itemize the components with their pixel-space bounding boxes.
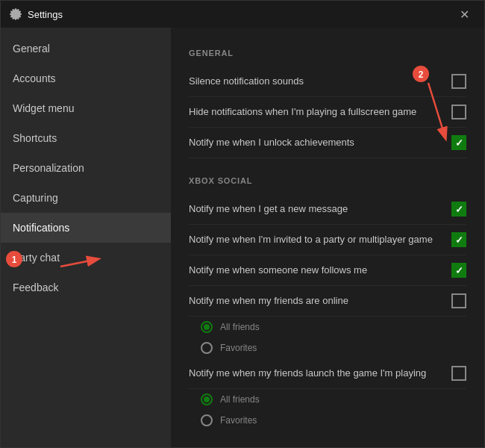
sidebar-item-widget-menu[interactable]: Widget menu — [1, 93, 171, 123]
friends-launch-all-friends-label: All friends — [220, 394, 260, 405]
setting-hide-fullscreen: Hide notifications when I'm playing a fu… — [189, 97, 466, 128]
friends-online-all-friends-row: All friends — [189, 317, 466, 337]
friends-launch-all-friends-row: All friends — [189, 389, 466, 410]
close-button[interactable]: ✕ — [454, 4, 475, 25]
setting-friends-launch: Notify me when my friends launch the gam… — [189, 358, 466, 389]
party-invite-label: Notify me when I'm invited to a party or… — [189, 233, 451, 246]
setting-friends-online: Notify me when my friends are online — [189, 286, 466, 317]
friends-launch-all-friends-radio[interactable] — [201, 393, 213, 405]
setting-new-message: Notify me when I get a new message — [189, 194, 466, 225]
hide-fullscreen-checkbox[interactable] — [451, 105, 466, 119]
new-follower-checkbox[interactable] — [451, 263, 466, 278]
friends-online-all-friends-label: All friends — [220, 322, 260, 332]
unlock-achievements-checkbox[interactable] — [451, 135, 466, 150]
setting-party-invite: Notify me when I'm invited to a party or… — [189, 225, 466, 255]
main-content: GENERAL Silence notification sounds Hide… — [171, 28, 484, 447]
content-area: General Accounts Widget menu Shortcuts P… — [1, 28, 484, 447]
sidebar: General Accounts Widget menu Shortcuts P… — [1, 28, 171, 447]
friends-online-favorites-label: Favorites — [220, 343, 257, 353]
friends-launch-favorites-row: Favorites — [189, 410, 466, 431]
friends-online-label: Notify me when my friends are online — [189, 294, 451, 308]
friends-online-all-friends-radio[interactable] — [201, 321, 213, 333]
friends-online-favorites-row: Favorites — [189, 337, 466, 358]
titlebar: Settings ✕ — [1, 1, 484, 28]
silence-sounds-label: Silence notification sounds — [189, 75, 451, 88]
setting-silence-sounds: Silence notification sounds — [189, 66, 466, 97]
friends-launch-label: Notify me when my friends launch the gam… — [189, 367, 451, 380]
settings-window: Settings ✕ General Accounts Widget menu … — [0, 0, 485, 448]
silence-sounds-checkbox[interactable] — [451, 74, 466, 89]
sidebar-item-feedback[interactable]: Feedback — [1, 273, 171, 302]
unlock-achievements-label: Notify me when I unlock achievements — [189, 136, 451, 149]
sidebar-item-notifications[interactable]: Notifications — [1, 213, 171, 243]
hide-fullscreen-label: Hide notifications when I'm playing a fu… — [189, 105, 451, 119]
party-invite-checkbox[interactable] — [451, 232, 466, 247]
sidebar-item-party-chat[interactable]: Party chat — [1, 243, 171, 273]
new-message-label: Notify me when I get a new message — [189, 202, 451, 216]
friends-launch-checkbox[interactable] — [451, 366, 466, 381]
friends-launch-favorites-label: Favorites — [220, 415, 257, 426]
sidebar-item-general[interactable]: General — [1, 34, 171, 63]
friends-online-favorites-radio[interactable] — [201, 342, 213, 354]
gear-icon — [10, 8, 22, 20]
sidebar-item-capturing[interactable]: Capturing — [1, 183, 171, 213]
titlebar-left: Settings — [10, 8, 63, 20]
new-follower-label: Notify me when someone new follows me — [189, 264, 451, 277]
sidebar-item-accounts[interactable]: Accounts — [1, 63, 171, 93]
new-message-checkbox[interactable] — [451, 202, 466, 217]
setting-new-follower: Notify me when someone new follows me — [189, 255, 466, 286]
friends-launch-favorites-radio[interactable] — [201, 414, 213, 426]
sidebar-item-shortcuts[interactable]: Shortcuts — [1, 123, 171, 153]
friends-online-checkbox[interactable] — [451, 293, 466, 308]
general-section-header: GENERAL — [189, 49, 466, 57]
sidebar-item-personalization[interactable]: Personalization — [1, 153, 171, 183]
xbox-social-section-header: XBOX SOCIAL — [189, 176, 466, 185]
setting-unlock-achievements: Notify me when I unlock achievements — [189, 128, 466, 158]
titlebar-title: Settings — [28, 9, 63, 20]
